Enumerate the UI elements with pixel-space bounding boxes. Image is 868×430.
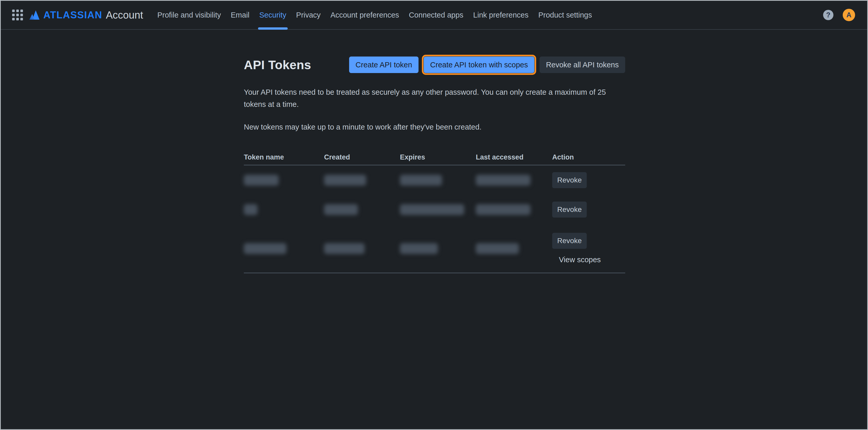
redacted-last-accessed (476, 175, 530, 186)
nav-item-label: Security (259, 11, 286, 19)
nav-item-label: Profile and visibility (157, 11, 221, 19)
nav-item-link-preferences[interactable]: Link preferences (473, 1, 528, 29)
redacted-last-accessed (476, 243, 519, 254)
column-header-expires: Expires (400, 153, 476, 161)
column-header-action: Action (552, 153, 625, 161)
avatar[interactable]: A (843, 9, 855, 21)
redacted-token-name (244, 204, 257, 215)
redacted-token-name (244, 175, 279, 186)
active-tab-underline (258, 27, 288, 30)
column-header-token-name: Token name (244, 153, 324, 161)
redacted-expires-date (400, 243, 438, 254)
atlassian-logo-icon (29, 10, 40, 20)
api-tokens-section: API Tokens Create API token Create API t… (244, 30, 625, 273)
product-name: Account (106, 9, 143, 21)
redacted-last-accessed (476, 204, 530, 215)
table-row: Revoke View scopes (244, 224, 625, 273)
title-row: API Tokens Create API token Create API t… (244, 56, 625, 73)
brand-wordmark: ATLASSIAN (43, 9, 102, 21)
atlassian-account-page: ATLASSIAN Account Profile and visibility… (0, 0, 868, 430)
atlassian-logo-link[interactable]: ATLASSIAN Account (29, 9, 143, 21)
view-scopes-link[interactable]: View scopes (559, 255, 601, 264)
redacted-created-date (324, 204, 358, 215)
column-header-created: Created (324, 153, 400, 161)
help-icon[interactable]: ? (823, 10, 833, 20)
redacted-created-date (324, 243, 365, 254)
nav-item-account-preferences[interactable]: Account preferences (331, 1, 399, 29)
nav-item-profile-and-visibility[interactable]: Profile and visibility (157, 1, 221, 29)
table-row: Revoke (244, 165, 625, 195)
nav-item-connected-apps[interactable]: Connected apps (409, 1, 463, 29)
revoke-button[interactable]: Revoke (552, 233, 587, 249)
description-text: Your API tokens need to be treated as se… (244, 86, 621, 111)
nav-item-label: Connected apps (409, 11, 463, 19)
nav-item-privacy[interactable]: Privacy (296, 1, 321, 29)
nav-item-label: Privacy (296, 11, 321, 19)
column-header-last-accessed: Last accessed (476, 153, 552, 161)
table-row: Revoke (244, 195, 625, 224)
nav-item-product-settings[interactable]: Product settings (538, 1, 592, 29)
create-api-token-button[interactable]: Create API token (349, 57, 418, 73)
action-cell: Revoke View scopes (552, 233, 625, 264)
redacted-expires-date (400, 175, 442, 186)
account-nav: Profile and visibility Email Security Pr… (157, 1, 592, 29)
create-api-token-with-scopes-button[interactable]: Create API token with scopes (424, 57, 534, 73)
revoke-button[interactable]: Revoke (552, 172, 587, 188)
revoke-button[interactable]: Revoke (552, 202, 587, 218)
redacted-token-name (244, 243, 286, 254)
api-tokens-table: Token name Created Expires Last accessed… (244, 153, 625, 273)
nav-item-label: Email (231, 11, 249, 19)
page-title: API Tokens (244, 58, 311, 72)
nav-item-label: Account preferences (331, 11, 399, 19)
nav-item-email[interactable]: Email (231, 1, 249, 29)
app-switcher-button[interactable] (11, 9, 24, 21)
nav-item-label: Link preferences (473, 11, 528, 19)
top-navigation-bar: ATLASSIAN Account Profile and visibility… (1, 1, 867, 30)
title-actions: Create API token Create API token with s… (349, 57, 625, 73)
topbar-right-cluster: ? A (823, 9, 855, 21)
app-grid-icon (12, 9, 23, 21)
table-header-row: Token name Created Expires Last accessed… (244, 153, 625, 165)
revoke-all-api-tokens-button[interactable]: Revoke all API tokens (539, 57, 625, 73)
nav-item-label: Product settings (538, 11, 592, 19)
description-text-secondary: New tokens may take up to a minute to wo… (244, 121, 625, 133)
nav-item-security[interactable]: Security (259, 1, 286, 29)
redacted-expires-date (400, 204, 464, 215)
redacted-created-date (324, 175, 366, 186)
